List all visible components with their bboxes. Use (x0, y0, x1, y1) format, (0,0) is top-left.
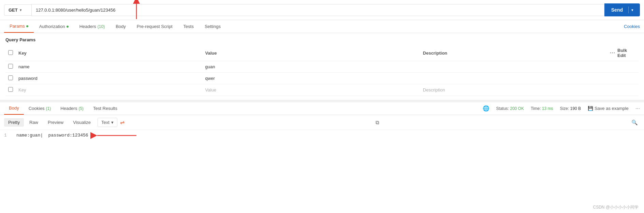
bulk-edit-button[interactable]: ··· Bulk Edit (610, 48, 636, 58)
resp-headers-badge: (5) (78, 106, 84, 111)
empty-row: Key Value Description (5, 84, 639, 96)
response-tabs-bar: Body Cookies (1) Headers (5) Test Result… (0, 102, 644, 115)
params-dot (26, 25, 28, 27)
header-key: Key (16, 45, 203, 61)
header-value: Value (203, 45, 420, 61)
row2-actions (607, 73, 639, 84)
empty-description: Description (420, 84, 607, 96)
tab-authorization-label: Authorization (39, 24, 65, 29)
tab-tests[interactable]: Tests (178, 20, 199, 32)
key-placeholder: Key (18, 87, 26, 93)
tab-prerequest-label: Pre-request Script (137, 24, 173, 29)
method-label: GET (9, 8, 18, 13)
globe-icon: 🌐 (483, 105, 489, 112)
table-row: password qwer (5, 73, 639, 84)
dots-icon: ··· (610, 50, 615, 56)
format-bar: Pretty Raw Preview Visualize Text ▾ ⇌ ⧉ … (0, 115, 644, 130)
time-label: Time: 13 ms (531, 106, 553, 111)
desc-placeholder: Description (423, 87, 445, 93)
raw-button[interactable]: Raw (25, 118, 42, 127)
headers-badge: (10) (98, 24, 105, 29)
url-input[interactable] (31, 4, 604, 16)
resp-tab-cookies-label: Cookies (29, 106, 45, 111)
row2-key: password (16, 73, 203, 84)
row1-description (420, 61, 607, 73)
row1-key: name (16, 61, 203, 73)
tab-authorization[interactable]: Authorization (34, 20, 74, 32)
size-label: Size: 190 B (560, 106, 581, 111)
tab-params[interactable]: Params (4, 20, 34, 33)
method-chevron-icon: ▾ (20, 8, 21, 12)
tab-settings[interactable]: Settings (199, 20, 226, 32)
resp-tab-headers-label: Headers (60, 106, 77, 111)
row1-checkbox-cell (5, 61, 16, 73)
resp-tab-testresults-label: Test Results (93, 106, 117, 111)
size-value: 190 B (570, 106, 581, 111)
empty-actions (607, 84, 639, 96)
text-format-label: Text (101, 120, 109, 125)
search-icon[interactable]: 🔍 (629, 118, 640, 127)
header-checkbox-cell (5, 45, 16, 61)
query-params-title: Query Params (5, 37, 639, 42)
send-button[interactable]: Send ▾ (604, 3, 640, 16)
resp-tab-cookies[interactable]: Cookies (1) (24, 102, 56, 114)
request-tabs: Params Authorization Headers (10) Body P… (0, 20, 644, 33)
params-table: Key Value Description ··· Bulk Edit name… (5, 45, 639, 96)
more-options-icon[interactable]: ··· (635, 105, 640, 112)
tab-body-label: Body (116, 24, 126, 29)
method-dropdown[interactable]: GET ▾ (4, 4, 31, 16)
tab-body[interactable]: Body (110, 20, 131, 32)
empty-value: Value (203, 84, 420, 96)
resp-tab-body[interactable]: Body (4, 102, 24, 115)
tab-headers[interactable]: Headers (10) (74, 20, 110, 32)
send-label: Send (611, 7, 626, 13)
response-status-area: 🌐 Status: 200 OK Time: 13 ms Size: 190 B… (483, 104, 640, 113)
tab-tests-label: Tests (184, 24, 194, 29)
preview-button[interactable]: Preview (44, 118, 68, 127)
row1-checkbox[interactable] (8, 64, 13, 69)
line-number-1: 1 (4, 133, 11, 138)
tab-params-label: Params (10, 24, 25, 29)
send-chevron-icon: ▾ (631, 8, 633, 12)
visualize-button[interactable]: Visualize (69, 118, 95, 127)
copy-icon[interactable]: ⧉ (374, 118, 381, 127)
table-row: name guan (5, 61, 639, 73)
empty-key: Key (16, 84, 203, 96)
pretty-button[interactable]: Pretty (4, 118, 24, 127)
tab-prerequest[interactable]: Pre-request Script (131, 20, 178, 32)
row2-checkbox-cell (5, 73, 16, 84)
resp-tab-headers[interactable]: Headers (5) (56, 102, 88, 114)
bulk-edit-label: Bulk Edit (617, 48, 636, 58)
authorization-dot (67, 26, 69, 28)
empty-checkbox[interactable] (8, 87, 13, 92)
time-value: 13 ms (542, 106, 553, 111)
row1-actions (607, 61, 639, 73)
header-description: Description (420, 45, 607, 61)
save-icon: 💾 (588, 106, 593, 111)
tab-settings-label: Settings (205, 24, 221, 29)
row2-value: qwer (203, 73, 420, 84)
resp-tab-body-label: Body (9, 105, 19, 111)
status-label: Status: 200 OK (496, 106, 524, 111)
status-value: 200 OK (510, 106, 524, 111)
row1-value: guan (203, 61, 420, 73)
url-bar: GET ▾ Send ▾ (0, 0, 644, 20)
save-example-button[interactable]: 💾 Save as example (588, 104, 629, 113)
header-actions: ··· Bulk Edit (607, 45, 639, 61)
text-format-dropdown[interactable]: Text ▾ (98, 118, 117, 127)
save-example-label: Save as example (595, 106, 629, 111)
resp-cookies-badge: (1) (46, 106, 51, 111)
wrap-icon[interactable]: ⇌ (119, 118, 126, 127)
send-divider (628, 6, 629, 13)
row2-checkbox[interactable] (8, 75, 13, 80)
code-area: 1 name:guan| password:123456 (0, 130, 644, 141)
empty-checkbox-cell (5, 84, 16, 96)
code-line-1: name:guan| password:123456 (16, 133, 640, 138)
query-params-section: Query Params Key Value Description ··· B… (0, 33, 644, 100)
text-format-chevron-icon: ▾ (111, 120, 114, 125)
cookies-link[interactable]: Cookies (624, 20, 640, 32)
select-all-checkbox[interactable] (8, 50, 13, 55)
tab-headers-label: Headers (79, 24, 96, 29)
resp-tab-testresults[interactable]: Test Results (88, 102, 122, 114)
value-placeholder: Value (205, 87, 216, 93)
